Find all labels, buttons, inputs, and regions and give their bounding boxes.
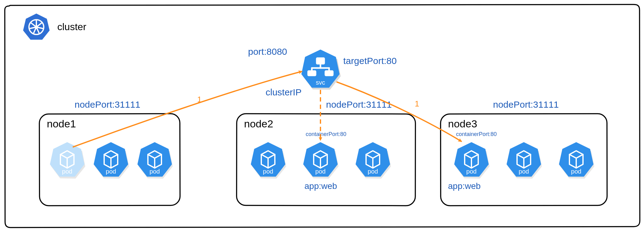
edge-weight-2: 1 [415, 99, 419, 108]
node1-group: nodePort:31111 node1 pod pod pod [39, 99, 180, 206]
node1-pod3: pod [137, 142, 173, 179]
node2-group: nodePort:31111 node2 containerPort:80 po… [237, 99, 416, 206]
pod-label: pod [466, 168, 476, 175]
cluster-ip-label: clusterIP [266, 87, 302, 97]
node1-pod1: pod [50, 142, 86, 179]
node3-pod3: pod [559, 142, 595, 179]
target-port-label: targetPort:80 [343, 56, 397, 66]
service-badge: svc [316, 79, 325, 86]
pod-label: pod [519, 168, 529, 175]
cluster-box [5, 5, 640, 228]
node3-nodeport: nodePort:31111 [493, 99, 559, 110]
k8s-logo-icon [23, 14, 50, 40]
cluster-label: cluster [57, 21, 87, 32]
node1-pod2: pod [94, 142, 129, 179]
node3-group: nodePort:31111 node3 containerPort:80 po… [441, 99, 607, 206]
node1-nodeport: nodePort:31111 [75, 99, 141, 110]
pod-label: pod [62, 168, 72, 175]
node2-pod2: pod [303, 142, 339, 179]
node1-name: node1 [47, 118, 76, 130]
arrow-svc-to-node3pod [336, 82, 462, 142]
node3-name: node3 [448, 118, 477, 130]
node2-name: node2 [244, 118, 273, 130]
pod-label: pod [315, 168, 325, 175]
node3-app-label: app:web [448, 181, 481, 191]
node2-container-port: containerPort:80 [306, 131, 346, 137]
node3-pod1: pod [454, 142, 490, 179]
pod-label: pod [571, 168, 581, 175]
node2-pod3: pod [356, 142, 391, 179]
pod-label: pod [368, 168, 378, 175]
pod-label: pod [106, 168, 116, 175]
pod-label: pod [263, 168, 273, 175]
edge-weight-1: 1 [197, 95, 202, 104]
node2-pod1: pod [251, 142, 287, 179]
node3-pod2: pod [507, 142, 542, 179]
port-label: port:8080 [248, 46, 287, 57]
node3-container-port: containerPort:80 [456, 131, 497, 137]
service-icon: svc [301, 50, 341, 90]
node2-app-label: app:web [304, 181, 337, 191]
pod-label: pod [149, 168, 160, 175]
